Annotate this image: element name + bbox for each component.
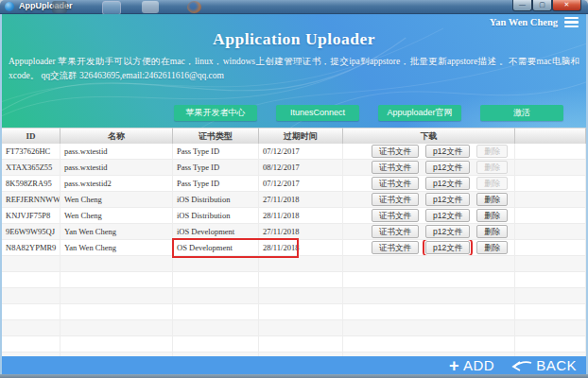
cell-download-actions: 证书文件p12文件删除 <box>343 240 515 256</box>
add-button[interactable]: + ADD <box>449 357 494 373</box>
cell-expiry: 28/11/2018 <box>259 240 343 256</box>
cell-cert-type: iOS Distribution <box>173 192 259 208</box>
empty-cell <box>61 304 173 320</box>
cell-extra <box>515 160 586 176</box>
empty-cell <box>515 336 586 352</box>
empty-cell <box>173 256 259 272</box>
cell-id: REFJERNNWW <box>2 192 61 208</box>
cert-file-button[interactable]: 证书文件 <box>372 193 419 206</box>
empty-cell <box>61 352 173 356</box>
nav-button-appuploader-site[interactable]: Appuploader官网 <box>378 105 461 121</box>
cell-download-actions: 证书文件p12文件删除 <box>343 176 515 192</box>
delete-button[interactable]: 删除 <box>476 225 508 238</box>
p12-file-button[interactable]: p12文件 <box>425 193 470 206</box>
cell-cert-type: Pass Type ID <box>173 144 259 160</box>
empty-cell <box>343 352 515 356</box>
cell-download-actions: 证书文件p12文件删除 <box>343 144 515 160</box>
cell-id: FT737626HC <box>2 144 61 160</box>
app-window: AppUploader — ▢ ✕ Yan Wen Cheng <box>0 0 588 378</box>
empty-cell <box>61 272 173 288</box>
cert-file-button[interactable]: 证书文件 <box>372 225 419 238</box>
footer-bar: + ADD BACK <box>2 356 586 374</box>
cell-extra <box>515 176 586 192</box>
menu-hamburger-icon[interactable] <box>564 17 579 27</box>
empty-cell <box>515 272 586 288</box>
empty-cell <box>515 304 586 320</box>
column-header: 证书类型 <box>173 128 259 145</box>
delete-button: 删除 <box>476 145 508 158</box>
window-bottom-border <box>0 374 588 378</box>
cell-id: N8A82YPMR9 <box>2 240 61 256</box>
back-button[interactable]: BACK <box>511 357 577 373</box>
empty-cell <box>259 304 343 320</box>
cell-name: Yan Wen Cheng <box>61 224 173 240</box>
delete-button[interactable]: 删除 <box>476 241 508 254</box>
window-frame: Yan Wen Cheng Application Uploader Appup… <box>0 14 588 374</box>
empty-cell <box>259 256 343 272</box>
cert-file-button[interactable]: 证书文件 <box>372 145 419 158</box>
cert-file-button[interactable]: 证书文件 <box>372 161 419 174</box>
empty-cell <box>515 320 586 336</box>
delete-button: 删除 <box>476 177 508 190</box>
table-body: FT737626HCpass.wxtestidPass Type ID07/12… <box>2 144 586 356</box>
empty-cell <box>259 272 343 288</box>
user-name-label: Yan Wen Cheng <box>490 17 558 27</box>
empty-cell <box>515 288 586 304</box>
empty-cell <box>173 304 259 320</box>
table-header: ID名称证书类型过期时间下载 <box>2 128 586 144</box>
cell-download-actions: 证书文件p12文件删除 <box>343 224 515 240</box>
empty-row <box>2 320 586 336</box>
delete-button: 删除 <box>476 161 508 174</box>
empty-row <box>2 336 586 352</box>
nav-button-itunes-connect[interactable]: ItunesConnect <box>276 105 359 121</box>
cell-id: KNJVJF75P8 <box>2 208 61 224</box>
p12-file-button[interactable]: p12文件 <box>425 241 470 254</box>
cell-extra <box>515 144 586 160</box>
delete-button[interactable]: 删除 <box>476 193 508 206</box>
cell-cert-type: Pass Type ID <box>173 160 259 176</box>
close-button[interactable]: ✕ <box>552 0 581 11</box>
window-controls: — ▢ ✕ <box>512 0 581 11</box>
cert-file-button[interactable]: 证书文件 <box>372 209 419 222</box>
cert-file-button[interactable]: 证书文件 <box>372 177 419 190</box>
empty-cell <box>343 336 515 352</box>
banner: Yan Wen Cheng Application Uploader Appup… <box>2 14 586 128</box>
p12-file-button[interactable]: p12文件 <box>425 209 470 222</box>
titlebar: AppUploader — ▢ ✕ <box>0 0 588 14</box>
p12-file-button[interactable]: p12文件 <box>425 145 470 158</box>
empty-cell <box>343 272 515 288</box>
delete-button[interactable]: 删除 <box>476 209 508 222</box>
cell-cert-type: OS Development <box>173 240 259 256</box>
cell-name: pass.wxtestid2 <box>61 176 173 192</box>
empty-cell <box>259 336 343 352</box>
cert-file-button[interactable]: 证书文件 <box>372 241 419 254</box>
empty-cell <box>2 352 61 356</box>
empty-row <box>2 272 586 288</box>
empty-cell <box>343 304 515 320</box>
empty-cell <box>515 352 586 356</box>
cell-download-actions: 证书文件p12文件删除 <box>343 192 515 208</box>
cell-expiry: 27/11/2018 <box>259 224 343 240</box>
cell-cert-type: Pass Type ID <box>173 176 259 192</box>
empty-cell <box>2 304 61 320</box>
empty-cell <box>61 320 173 336</box>
nav-button-apple-dev-center[interactable]: 苹果开发者中心 <box>174 105 257 121</box>
empty-cell <box>61 256 173 272</box>
background-folder-icon <box>142 1 159 13</box>
minimize-button[interactable]: — <box>512 0 532 11</box>
cell-expiry: 27/11/2018 <box>259 192 343 208</box>
p12-file-button[interactable]: p12文件 <box>425 161 470 174</box>
empty-cell <box>173 336 259 352</box>
cell-download-actions: 证书文件p12文件删除 <box>343 208 515 224</box>
back-arrow-icon <box>511 359 532 372</box>
empty-cell <box>173 352 259 356</box>
empty-row <box>2 304 586 320</box>
empty-cell <box>173 272 259 288</box>
nav-button-activate[interactable]: 激活 <box>480 105 563 121</box>
column-header: 过期时间 <box>259 128 343 145</box>
maximize-button[interactable]: ▢ <box>532 0 552 11</box>
cell-id: 8K598ZRA95 <box>2 176 61 192</box>
table-row: XTAX365Z55pass.wxtestidPass Type ID08/12… <box>2 160 586 176</box>
p12-file-button[interactable]: p12文件 <box>425 177 470 190</box>
p12-file-button[interactable]: p12文件 <box>425 225 470 238</box>
